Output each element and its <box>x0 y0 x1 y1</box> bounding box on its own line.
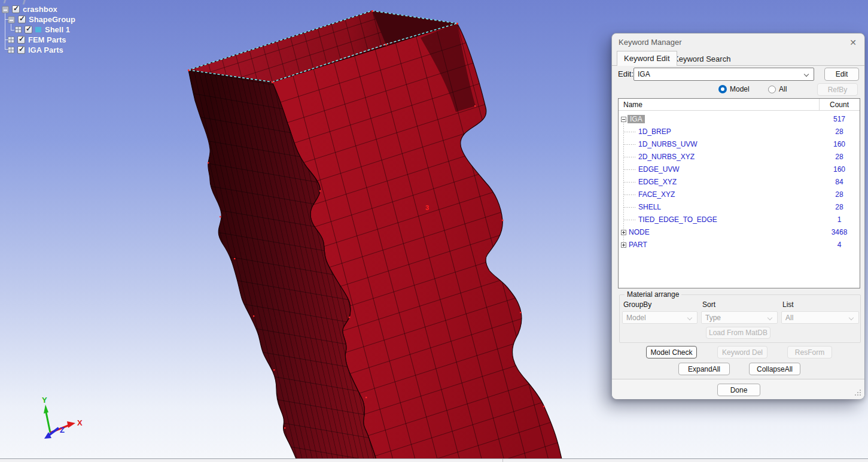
resform-button: ResForm <box>787 346 832 358</box>
sort-combobox: Type <box>701 311 778 324</box>
column-header-name: Name <box>623 101 642 109</box>
table-row[interactable]: 1D_NURBS_UVW 160 <box>619 138 860 151</box>
tab-keyword-edit[interactable]: Keyword Edit <box>617 51 677 66</box>
bottom-panel-edge <box>0 458 868 462</box>
table-row[interactable]: EDGE_XYZ 84 <box>619 176 860 189</box>
visibility-checkbox[interactable]: ✓ <box>25 26 32 34</box>
tree-item-shell1[interactable]: ✓ Shell 1 <box>15 25 70 35</box>
row-name[interactable]: SHELL <box>638 203 661 211</box>
row-count: 160 <box>819 140 860 148</box>
row-name[interactable]: NODE <box>629 228 650 236</box>
keyword-del-button: Keyword Del <box>717 346 768 358</box>
collapse-expander-icon[interactable] <box>621 117 626 122</box>
table-row[interactable]: SHELL 28 <box>619 201 860 214</box>
row-count: 4 <box>819 241 860 249</box>
row-count: 84 <box>819 178 860 186</box>
table-header: Name Count <box>619 99 860 111</box>
row-count: 160 <box>819 165 860 174</box>
load-from-matdb-button: Load From MatDB <box>706 327 770 339</box>
collapse-expander-icon[interactable] <box>2 6 9 13</box>
table-row[interactable]: EDGE_UVW 160 <box>619 163 860 176</box>
row-count: 28 <box>819 190 860 199</box>
row-name[interactable]: 2D_NURBS_XYZ <box>638 153 695 161</box>
sort-value: Type <box>705 314 721 322</box>
collapse-expander-icon[interactable] <box>8 16 15 23</box>
chevron-down-icon <box>849 315 854 320</box>
model-tree: ⫽ ⫽ ✓ crashbox ✓ ShapeGroup ✓ Shell 1 ✓ … <box>0 0 138 60</box>
row-count: 517 <box>819 115 860 123</box>
chevron-down-icon <box>768 315 772 320</box>
check-icon: ✓ <box>19 45 25 53</box>
tree-item-label[interactable]: IGA Parts <box>28 45 63 54</box>
sort-label: Sort <box>702 300 715 309</box>
resize-grip[interactable] <box>855 390 861 396</box>
row-count: 28 <box>819 127 860 136</box>
tree-item-label[interactable]: crashbox <box>23 5 57 14</box>
expand-expander-icon[interactable] <box>621 242 626 248</box>
keyword-combobox[interactable]: IGA <box>634 68 814 81</box>
table-row[interactable]: 1D_BREP 28 <box>619 126 860 138</box>
tree-item-iga-parts[interactable]: ✓ IGA Parts <box>8 45 63 55</box>
table-row[interactable]: FACE_XYZ 28 <box>619 189 860 201</box>
groupby-value: Model <box>626 314 646 322</box>
visibility-checkbox[interactable]: ✓ <box>18 16 26 23</box>
dialog-title[interactable]: Keyword Manager <box>619 34 682 51</box>
tree-item-shapegroup[interactable]: ✓ ShapeGroup <box>8 14 75 25</box>
check-icon: ✓ <box>13 4 19 13</box>
visibility-checkbox[interactable]: ✓ <box>12 5 20 13</box>
tree-item-label[interactable]: ShapeGroup <box>29 15 75 24</box>
table-row[interactable]: 2D_NURBS_XYZ 28 <box>619 151 860 163</box>
part-id-label: 3 <box>425 204 429 211</box>
model-radio-label: Model <box>730 85 750 93</box>
axis-z-label: Z <box>60 425 65 434</box>
application-window: 3 Y X Z ⫽ ⫽ ✓ crashbox ✓ <box>0 0 868 462</box>
visibility-checkbox[interactable]: ✓ <box>17 46 25 54</box>
edit-button[interactable]: Edit <box>824 68 859 81</box>
expand-all-button[interactable]: ExpandAll <box>678 363 730 375</box>
tree-item-fem-parts[interactable]: ✓ FEM Parts <box>8 35 66 45</box>
list-label: List <box>782 300 794 309</box>
all-radio-label: All <box>779 85 787 93</box>
axis-x-label: X <box>77 418 83 427</box>
row-name[interactable]: EDGE_XYZ <box>638 178 677 186</box>
row-name[interactable]: 1D_BREP <box>638 127 671 136</box>
groupby-combobox: Model <box>622 311 698 324</box>
table-row[interactable]: TIED_EDGE_TO_EDGE 1 <box>619 214 860 226</box>
visibility-checkbox[interactable]: ✓ <box>17 36 25 44</box>
tree-item-crashbox[interactable]: ✓ crashbox <box>2 4 57 14</box>
expand-expander-icon[interactable] <box>621 230 626 235</box>
row-name[interactable]: TIED_EDGE_TO_EDGE <box>638 215 717 224</box>
refby-button: RefBy <box>817 83 858 96</box>
part-grid-icon <box>15 26 22 33</box>
row-name[interactable]: IGA <box>628 115 645 123</box>
all-radio[interactable] <box>768 86 776 93</box>
row-name[interactable]: EDGE_UVW <box>638 165 680 174</box>
table-row-part[interactable]: PART 4 <box>619 239 860 251</box>
table-row-iga[interactable]: IGA 517 <box>619 113 860 126</box>
row-name[interactable]: 1D_NURBS_UVW <box>638 140 698 148</box>
table-row-node[interactable]: NODE 3468 <box>619 226 860 239</box>
model-radio[interactable] <box>718 85 727 93</box>
tab-keyword-search[interactable]: Keyword Search <box>667 52 737 65</box>
close-icon[interactable]: ✕ <box>848 37 858 48</box>
row-count: 3468 <box>819 228 860 236</box>
row-name[interactable]: PART <box>629 241 647 249</box>
row-count: 28 <box>819 203 860 211</box>
tree-item-label[interactable]: Shell 1 <box>45 25 70 34</box>
row-name[interactable]: FACE_XYZ <box>638 190 675 199</box>
part-grid-icon <box>8 47 14 53</box>
tree-item-label[interactable]: FEM Parts <box>28 35 66 44</box>
model-check-button[interactable]: Model Check <box>646 346 697 358</box>
collapse-all-button[interactable]: CollapseAll <box>749 363 800 375</box>
edit-label: Edit: <box>618 69 634 78</box>
list-value: All <box>785 314 793 322</box>
keyword-table[interactable]: Name Count IGA 517 1D_BREP 28 1D_NURBS_U… <box>618 98 860 288</box>
check-icon: ✓ <box>19 14 25 23</box>
part-grid-icon <box>8 37 14 43</box>
keyword-manager-dialog: Keyword Manager ✕ Keyword Edit Keyword S… <box>611 33 865 399</box>
panel-divider <box>502 459 503 462</box>
axis-y-label: Y <box>42 396 47 405</box>
row-count: 28 <box>819 153 860 161</box>
column-header-count: Count <box>819 101 860 109</box>
done-button[interactable]: Done <box>717 384 760 396</box>
